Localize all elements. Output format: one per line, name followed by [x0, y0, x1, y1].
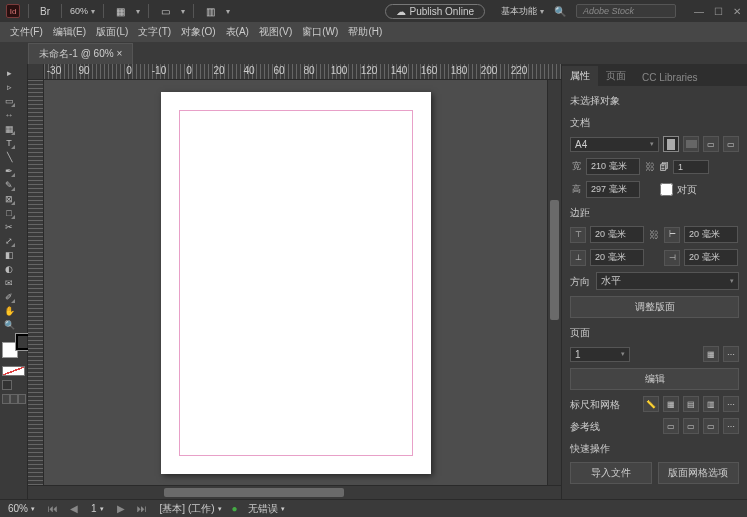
tab-cc-libraries[interactable]: CC Libraries [634, 69, 706, 86]
normal-mode[interactable] [2, 394, 10, 404]
margin-left-input[interactable]: 20 毫米 [684, 226, 738, 243]
pen-tool[interactable]: ✒ [3, 165, 15, 177]
zoom-dropdown[interactable]: 60% [70, 6, 95, 16]
document-viewport[interactable] [44, 80, 547, 485]
link-dimensions-icon[interactable]: ⛓ [644, 161, 656, 172]
grid-more-icon[interactable]: ⋯ [723, 396, 739, 412]
width-input[interactable]: 210 毫米 [586, 158, 640, 175]
link-margins-icon[interactable]: ⛓ [648, 229, 660, 240]
scrollbar-vertical[interactable] [547, 80, 561, 485]
status-zoom-dropdown[interactable]: 60% [4, 503, 39, 514]
scrollbar-v-thumb[interactable] [550, 200, 559, 320]
search-icon[interactable]: 🔍 [552, 3, 568, 19]
grid-button-3[interactable]: ▥ [703, 396, 719, 412]
margin-right-input[interactable]: 20 毫米 [684, 249, 738, 266]
zoom-tool[interactable]: 🔍 [3, 319, 15, 331]
menu-file[interactable]: 文件(F) [6, 23, 47, 41]
status-view-dropdown[interactable]: [基本] (工作) [156, 502, 226, 516]
workspace-dropdown[interactable]: 基本功能 [501, 5, 544, 18]
binding-rtl-button[interactable]: ▭ [723, 136, 739, 152]
close-button[interactable]: ✕ [733, 6, 741, 17]
menu-help[interactable]: 帮助(H) [344, 23, 386, 41]
bridge-icon[interactable]: Br [37, 3, 53, 19]
ruler-origin[interactable] [28, 64, 44, 80]
hand-tool[interactable]: ✋ [3, 305, 15, 317]
import-file-button[interactable]: 导入文件 [570, 462, 652, 484]
bleed-mode[interactable] [18, 394, 26, 404]
preview-mode[interactable] [10, 394, 18, 404]
menu-table[interactable]: 表(A) [222, 23, 253, 41]
pages-more-icon[interactable]: ⋯ [723, 346, 739, 362]
line-tool[interactable]: ╲ [3, 151, 15, 163]
pencil-tool[interactable]: ✎ [3, 179, 15, 191]
tab-properties[interactable]: 属性 [562, 66, 598, 86]
pages-count-input[interactable]: 1 [673, 160, 709, 174]
maximize-button[interactable]: ☐ [714, 6, 723, 17]
menu-object[interactable]: 对象(O) [177, 23, 219, 41]
ruler-horizontal[interactable]: -30 90 0 -10 0 20 40 60 80 100 120 140 1… [28, 64, 561, 80]
note-tool[interactable]: ✉ [3, 277, 15, 289]
status-page-dropdown[interactable]: 1 [87, 503, 108, 514]
publish-online-button[interactable]: Publish Online [385, 4, 485, 19]
grid-button-1[interactable]: ▦ [663, 396, 679, 412]
guides-button-3[interactable]: ▭ [703, 418, 719, 434]
view-options-icon[interactable]: ▦ [112, 3, 128, 19]
page[interactable] [161, 92, 431, 474]
gap-tool[interactable]: ↔ [3, 109, 15, 121]
menu-view[interactable]: 视图(V) [255, 23, 296, 41]
edit-pages-button[interactable]: 编辑 [570, 368, 739, 390]
guides-button-2[interactable]: ▭ [683, 418, 699, 434]
page-navigator-select[interactable]: 1 [570, 347, 630, 362]
menu-window[interactable]: 窗口(W) [298, 23, 342, 41]
free-transform-tool[interactable]: ⤢ [3, 235, 15, 247]
rectangle-tool[interactable]: □ [3, 207, 15, 219]
page-prev-button[interactable]: ◀ [67, 503, 81, 514]
arrange-icon[interactable]: ▥ [202, 3, 218, 19]
page-first-button[interactable]: ⏮ [45, 503, 61, 514]
scissors-tool[interactable]: ✂ [3, 221, 15, 233]
type-tool[interactable]: T [3, 137, 15, 149]
document-tab[interactable]: 未命名-1 @ 60% × [28, 43, 133, 64]
page-next-button[interactable]: ▶ [114, 503, 128, 514]
selection-tool[interactable]: ▸ [3, 67, 15, 79]
ruler-vertical[interactable] [28, 80, 44, 485]
search-input[interactable]: Adobe Stock [576, 4, 676, 18]
content-collector-tool[interactable]: ▦ [3, 123, 15, 135]
gradient-swatch-tool[interactable]: ◧ [3, 249, 15, 261]
status-preflight-dropdown[interactable]: 无错误 [244, 502, 289, 516]
pages-panel-icon[interactable]: ▦ [703, 346, 719, 362]
orientation-select[interactable]: 水平 [596, 272, 739, 290]
page-tool[interactable]: ▭ [3, 95, 15, 107]
guides-more-icon[interactable]: ⋯ [723, 418, 739, 434]
adjust-layout-button[interactable]: 调整版面 [570, 296, 739, 318]
scrollbar-horizontal[interactable] [44, 486, 545, 499]
view-options-dropdown[interactable] [136, 7, 140, 16]
direct-selection-tool[interactable]: ▹ [3, 81, 15, 93]
scrollbar-h-thumb[interactable] [164, 488, 344, 497]
default-fill-stroke[interactable] [2, 366, 25, 376]
binding-ltr-button[interactable]: ▭ [703, 136, 719, 152]
rectangle-frame-tool[interactable]: ⊠ [3, 193, 15, 205]
margin-top-input[interactable]: 20 毫米 [590, 226, 644, 243]
orientation-portrait-button[interactable] [663, 136, 679, 152]
menu-edit[interactable]: 编辑(E) [49, 23, 90, 41]
grid-button-2[interactable]: ▤ [683, 396, 699, 412]
gradient-feather-tool[interactable]: ◐ [3, 263, 15, 275]
margin-bottom-input[interactable]: 20 毫米 [590, 249, 644, 266]
orientation-landscape-button[interactable] [683, 136, 699, 152]
guides-button-1[interactable]: ▭ [663, 418, 679, 434]
arrange-dropdown[interactable] [226, 7, 230, 16]
menu-type[interactable]: 文字(T) [134, 23, 175, 41]
height-input[interactable]: 297 毫米 [586, 181, 640, 198]
screen-mode-dropdown[interactable] [181, 7, 185, 16]
eyedropper-tool[interactable]: ✐ [3, 291, 15, 303]
facing-pages-checkbox[interactable] [660, 183, 673, 196]
menu-layout[interactable]: 版面(L) [92, 23, 132, 41]
format-container[interactable] [2, 380, 12, 390]
page-preset-select[interactable]: A4 [570, 137, 659, 152]
page-last-button[interactable]: ⏭ [134, 503, 150, 514]
screen-mode-icon[interactable]: ▭ [157, 3, 173, 19]
minimize-button[interactable]: — [694, 6, 704, 17]
ruler-units-button[interactable]: 📏 [643, 396, 659, 412]
layout-grid-options-button[interactable]: 版面网格选项 [658, 462, 740, 484]
